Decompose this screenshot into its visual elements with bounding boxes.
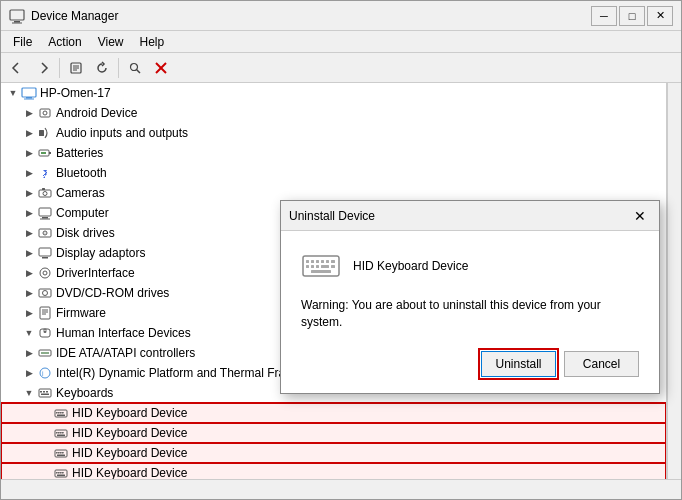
batteries-expand[interactable]: ▶: [21, 145, 37, 161]
toolbar-properties-button[interactable]: [64, 56, 88, 80]
audio-expand[interactable]: ▶: [21, 125, 37, 141]
toolbar-forward-button[interactable]: [31, 56, 55, 80]
tree-root[interactable]: ▼ HP-Omen-17: [1, 83, 666, 103]
svg-point-7: [131, 63, 138, 70]
dialog-title-bar: Uninstall Device ✕: [281, 201, 659, 231]
hid-kbd-1-label: HID Keyboard Device: [72, 406, 187, 420]
intel-expand[interactable]: ▶: [21, 365, 37, 381]
toolbar-back-button[interactable]: [5, 56, 29, 80]
tree-item-bluetooth[interactable]: ▶ Bluetooth: [1, 163, 666, 183]
audio-icon: [37, 125, 53, 141]
display-expand[interactable]: ▶: [21, 245, 37, 261]
tree-item-hid-kbd-2[interactable]: HID Keyboard Device: [1, 423, 666, 443]
app-icon: [9, 8, 25, 24]
cameras-label: Cameras: [56, 186, 105, 200]
dialog-close-button[interactable]: ✕: [629, 205, 651, 227]
cancel-button[interactable]: Cancel: [564, 351, 639, 377]
keyboards-expand[interactable]: ▼: [21, 385, 37, 401]
firmware-expand[interactable]: ▶: [21, 305, 37, 321]
svg-rect-107: [331, 265, 335, 268]
hid-kbd-4-expand: [37, 465, 53, 479]
title-bar: Device Manager ─ □ ✕: [1, 1, 681, 31]
uninstall-button[interactable]: Uninstall: [481, 351, 556, 377]
computer-label: Computer: [56, 206, 109, 220]
hid-kbd-1-icon: [53, 405, 69, 421]
svg-rect-11: [22, 88, 36, 97]
svg-rect-0: [10, 10, 24, 20]
menu-bar: File Action View Help: [1, 31, 681, 53]
driver-icon: [37, 265, 53, 281]
dialog-device-name: HID Keyboard Device: [353, 259, 468, 273]
svg-rect-54: [58, 412, 60, 414]
svg-rect-65: [56, 452, 58, 454]
ide-expand[interactable]: ▶: [21, 345, 37, 361]
title-bar-left: Device Manager: [9, 8, 118, 24]
status-bar: [1, 479, 681, 499]
computer-icon: [37, 205, 53, 221]
svg-rect-53: [56, 412, 58, 414]
keyboards-label: Keyboards: [56, 386, 113, 400]
toolbar-uninstall-button[interactable]: [149, 56, 173, 80]
tree-item-batteries[interactable]: ▶ Batteries: [1, 143, 666, 163]
svg-rect-1: [14, 21, 20, 23]
menu-file[interactable]: File: [5, 33, 40, 51]
dvd-expand[interactable]: ▶: [21, 285, 37, 301]
toolbar-refresh-button[interactable]: [90, 56, 114, 80]
display-icon: [37, 245, 53, 261]
firmware-icon: [37, 305, 53, 321]
intel-icon: i: [37, 365, 53, 381]
svg-rect-98: [311, 260, 314, 263]
dialog-device-row: HID Keyboard Device: [301, 251, 639, 281]
title-bar-controls: ─ □ ✕: [591, 6, 673, 26]
tree-item-android[interactable]: ▶ Android Device: [1, 103, 666, 123]
dialog-title: Uninstall Device: [289, 209, 375, 223]
refresh-icon: [95, 61, 109, 75]
minimize-button[interactable]: ─: [591, 6, 617, 26]
tree-item-hid-kbd-3[interactable]: HID Keyboard Device: [1, 443, 666, 463]
menu-help[interactable]: Help: [132, 33, 173, 51]
tree-item-hid-kbd-4[interactable]: HID Keyboard Device: [1, 463, 666, 479]
menu-view[interactable]: View: [90, 33, 132, 51]
svg-rect-19: [41, 152, 46, 154]
svg-rect-16: [39, 130, 44, 136]
toolbar-scan-button[interactable]: [123, 56, 147, 80]
tree-item-hid-kbd-1[interactable]: HID Keyboard Device: [1, 403, 666, 423]
svg-rect-50: [46, 391, 48, 393]
keyboard-device-icon: [302, 252, 340, 280]
svg-rect-57: [57, 415, 65, 417]
svg-rect-44: [41, 352, 49, 354]
close-button[interactable]: ✕: [647, 6, 673, 26]
disk-expand[interactable]: ▶: [21, 225, 37, 241]
maximize-button[interactable]: □: [619, 6, 645, 26]
driver-label: DriverInterface: [56, 266, 135, 280]
svg-rect-62: [62, 432, 64, 434]
svg-rect-104: [311, 265, 314, 268]
menu-action[interactable]: Action: [40, 33, 89, 51]
uninstall-icon: [154, 61, 168, 75]
svg-rect-101: [326, 260, 329, 263]
android-expand[interactable]: ▶: [21, 105, 37, 121]
tree-item-audio[interactable]: ▶ Audio inputs and outputs: [1, 123, 666, 143]
driver-expand[interactable]: ▶: [21, 265, 37, 281]
hid-expand[interactable]: ▼: [21, 325, 37, 341]
scrollbar[interactable]: [667, 83, 681, 479]
root-expand-icon[interactable]: ▼: [5, 85, 21, 101]
hid-kbd-3-label: HID Keyboard Device: [72, 446, 187, 460]
svg-rect-108: [311, 270, 331, 273]
cameras-expand[interactable]: ▶: [21, 185, 37, 201]
svg-point-33: [43, 271, 47, 275]
svg-rect-25: [42, 217, 48, 219]
hid-icon: [37, 325, 53, 341]
svg-rect-74: [62, 472, 64, 474]
svg-rect-47: [39, 389, 51, 397]
svg-rect-51: [41, 394, 49, 396]
svg-rect-31: [42, 257, 48, 259]
firmware-label: Firmware: [56, 306, 106, 320]
display-label: Display adaptors: [56, 246, 145, 260]
svg-rect-59: [56, 432, 58, 434]
computer-expand[interactable]: ▶: [21, 205, 37, 221]
hid-kbd-2-label: HID Keyboard Device: [72, 426, 187, 440]
bluetooth-expand[interactable]: ▶: [21, 165, 37, 181]
dvd-label: DVD/CD-ROM drives: [56, 286, 169, 300]
hid-kbd-1-expand: [37, 405, 53, 421]
